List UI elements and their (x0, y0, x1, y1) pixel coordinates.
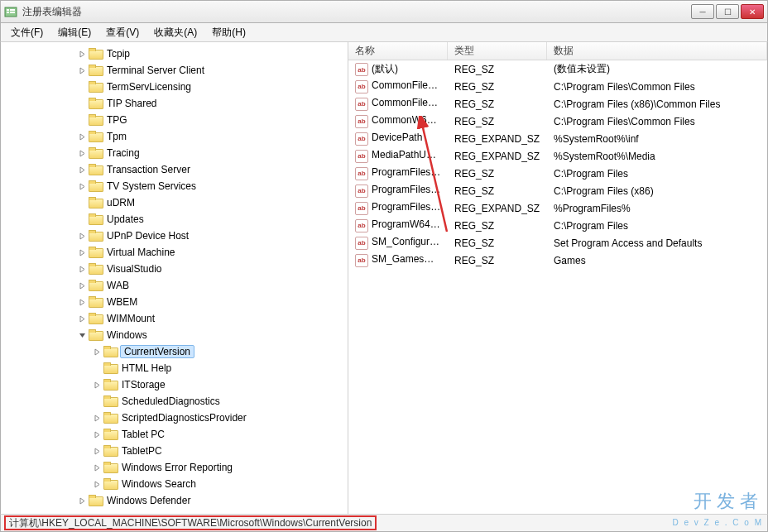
value-name-cell: abMediaPathUne... (348, 149, 448, 163)
tree-item[interactable]: ScheduledDiagnostics (1, 393, 348, 410)
tree-item[interactable]: WBEM (1, 294, 348, 310)
folder-icon (103, 362, 117, 374)
chevron-down-icon[interactable] (77, 330, 87, 340)
value-row[interactable]: abSM_Configure...REG_SZSet Program Acces… (348, 234, 767, 252)
tree-item[interactable]: TermServLicensing (1, 79, 348, 95)
tree-item[interactable]: Tracing (1, 145, 348, 161)
tree-item[interactable]: Windows Defender (1, 492, 348, 509)
chevron-right-icon[interactable] (92, 347, 102, 357)
chevron-right-icon[interactable] (77, 297, 87, 307)
tree-label: Tracing (105, 147, 142, 159)
tree-item[interactable]: HTML Help (1, 360, 348, 376)
value-name: SM_GamesNa... (372, 253, 445, 265)
value-data-cell: C:\Program Files (x86)\Common Files (547, 98, 767, 110)
tree-item[interactable]: WAB (1, 277, 348, 294)
tree-item[interactable]: Windows Search (1, 476, 348, 492)
value-row[interactable]: abProgramW643...REG_SZC:\Program Files (348, 217, 767, 234)
tree-item[interactable]: WIMMount (1, 310, 348, 327)
tree-item[interactable]: CurrentVersion (1, 343, 348, 360)
chevron-right-icon[interactable] (77, 65, 87, 75)
tree-label: ITStorage (120, 379, 167, 391)
value-name-cell: ab(默认) (348, 62, 448, 77)
window-controls: ─ ☐ ✕ (691, 4, 764, 19)
tree-item[interactable]: ITStorage (1, 376, 348, 393)
tree-item[interactable]: Windows Error Reporting (1, 459, 348, 476)
value-row[interactable]: abDevicePathREG_EXPAND_SZ%SystemRoot%\in… (348, 130, 767, 147)
chevron-right-icon[interactable] (92, 429, 102, 439)
tree-label: Virtual Machine (105, 247, 177, 258)
tree-item[interactable]: Tcpip (1, 46, 348, 62)
folder-icon (89, 280, 102, 291)
tree-item[interactable]: Tpm (1, 128, 348, 145)
tree-item[interactable]: uDRM (1, 194, 348, 211)
tree-item[interactable]: Virtual Machine (1, 244, 348, 261)
value-row[interactable]: abProgramFilesDirREG_SZC:\Program Files (348, 165, 767, 182)
chevron-right-icon[interactable] (77, 314, 87, 324)
value-name: ProgramW643... (372, 218, 444, 230)
col-header-data[interactable]: 数据 (547, 42, 767, 60)
list-pane[interactable]: 名称 类型 数据 ab(默认)REG_SZ(数值未设置)abCommonFile… (348, 42, 767, 514)
tree-item[interactable]: ScriptedDiagnosticsProvider (1, 410, 348, 426)
value-row[interactable]: abMediaPathUne...REG_EXPAND_SZ%SystemRoo… (348, 147, 767, 165)
chevron-right-icon[interactable] (77, 280, 87, 290)
value-type-cell: REG_EXPAND_SZ (448, 151, 547, 162)
tree-item[interactable]: TPG (1, 112, 348, 128)
value-name: ProgramFilesD... (372, 184, 446, 195)
value-row[interactable]: abCommonFilesD...REG_SZC:\Program Files … (348, 95, 767, 113)
tree-item[interactable]: TV System Services (1, 178, 348, 194)
chevron-right-icon[interactable] (92, 446, 102, 456)
close-button[interactable]: ✕ (741, 4, 764, 19)
col-header-type[interactable]: 类型 (448, 42, 547, 60)
chevron-right-icon[interactable] (77, 132, 87, 141)
tree-label: TermServLicensing (105, 81, 193, 93)
chevron-right-icon[interactable] (77, 181, 87, 191)
chevron-right-icon[interactable] (77, 264, 87, 274)
tree-item[interactable]: Terminal Server Client (1, 62, 348, 79)
tree-item[interactable]: VisualStudio (1, 261, 348, 277)
folder-icon (103, 445, 117, 457)
menu-view[interactable]: 查看(V) (99, 24, 146, 41)
tree-item[interactable]: TabletPC (1, 443, 348, 459)
folder-icon (103, 346, 117, 357)
maximize-button[interactable]: ☐ (716, 4, 739, 19)
value-type-cell: REG_EXPAND_SZ (448, 133, 547, 145)
folder-icon (89, 98, 102, 109)
chevron-right-icon[interactable] (77, 496, 87, 506)
chevron-right-icon[interactable] (77, 231, 87, 241)
tree-label: Updates (105, 213, 146, 225)
value-row[interactable]: abProgramFilesP...REG_EXPAND_SZ%ProgramF… (348, 199, 767, 217)
list-header: 名称 类型 数据 (348, 42, 767, 60)
tree-pane[interactable]: TcpipTerminal Server ClientTermServLicen… (1, 42, 348, 514)
chevron-right-icon[interactable] (92, 479, 102, 489)
menu-help[interactable]: 帮助(H) (205, 24, 252, 41)
tree-label: Tablet PC (120, 429, 166, 440)
minimize-button[interactable]: ─ (691, 4, 714, 19)
tree-item[interactable]: TIP Shared (1, 95, 348, 112)
value-row[interactable]: abSM_GamesNa...REG_SZGames (348, 252, 767, 269)
string-value-icon: ab (355, 115, 368, 128)
chevron-right-icon[interactable] (77, 49, 87, 59)
value-data-cell: C:\Program Files\Common Files (547, 116, 767, 127)
chevron-right-icon[interactable] (77, 165, 87, 175)
value-name: ProgramFilesDir (372, 166, 444, 178)
col-header-name[interactable]: 名称 (348, 42, 448, 60)
value-row[interactable]: abProgramFilesD...REG_SZC:\Program Files… (348, 182, 767, 199)
tree-item[interactable]: UPnP Device Host (1, 228, 348, 244)
menu-file[interactable]: 文件(F) (4, 24, 50, 41)
chevron-right-icon[interactable] (92, 380, 102, 390)
tree-item[interactable]: Windows (1, 327, 348, 343)
chevron-right-icon[interactable] (77, 148, 87, 158)
folder-icon (89, 131, 102, 142)
value-row[interactable]: ab(默认)REG_SZ(数值未设置) (348, 60, 767, 78)
value-row[interactable]: abCommonFilesDirREG_SZC:\Program Files\C… (348, 78, 767, 95)
chevron-right-icon[interactable] (77, 247, 87, 257)
chevron-right-icon[interactable] (92, 413, 102, 423)
menu-edit[interactable]: 编辑(E) (51, 24, 98, 41)
tree-item[interactable]: Updates (1, 211, 348, 228)
tree-item[interactable]: Tablet PC (1, 426, 348, 443)
folder-icon (89, 213, 102, 225)
value-row[interactable]: abCommonW643...REG_SZC:\Program Files\Co… (348, 113, 767, 130)
tree-item[interactable]: Transaction Server (1, 161, 348, 178)
menu-favorites[interactable]: 收藏夹(A) (147, 24, 204, 41)
chevron-right-icon[interactable] (92, 463, 102, 472)
